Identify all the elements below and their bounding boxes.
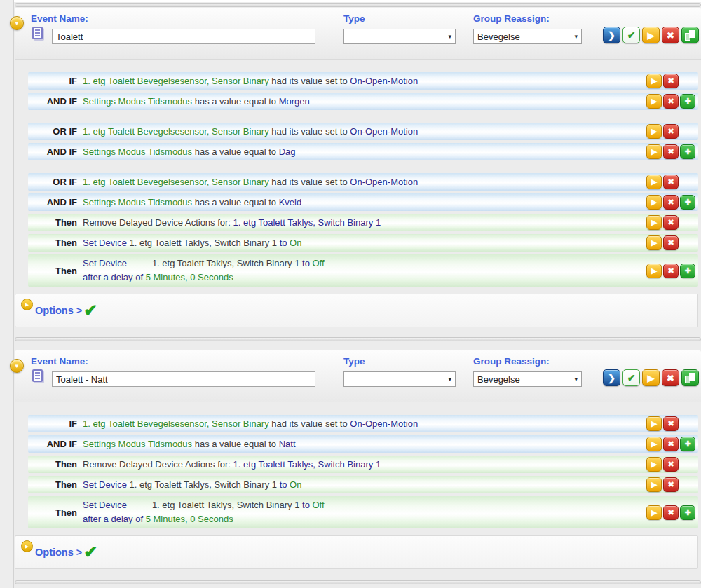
run-row-button[interactable]: ▶ <box>646 505 662 520</box>
run-event-button[interactable]: ▶ <box>642 27 660 43</box>
device-text: 5 Minutes, 0 Seconds <box>146 272 233 282</box>
group-reassign-select[interactable]: Bevegelse ▾ <box>473 371 582 387</box>
action-row: ThenSet Device1. etg Toalett Taklys, Swi… <box>28 254 698 287</box>
caret-down-icon: ▾ <box>574 33 578 40</box>
event-type-label: Type <box>343 13 365 24</box>
advanced-button[interactable]: ❯ <box>603 369 620 386</box>
delete-row-button[interactable]: ✖ <box>663 235 679 250</box>
row-group: OR IF1. etg Toalett Bevegelsesensor, Sen… <box>28 123 698 160</box>
event-name-input[interactable] <box>52 371 315 387</box>
delete-event-button[interactable]: ✖ <box>662 369 679 386</box>
run-row-button[interactable]: ▶ <box>646 124 662 139</box>
delete-row-button[interactable]: ✖ <box>663 175 679 189</box>
delete-row-button[interactable]: ✖ <box>663 195 679 210</box>
row-keyword: OR IF <box>28 177 77 187</box>
device-text: On <box>290 238 301 248</box>
value-text: to <box>302 258 312 268</box>
plain-text: had its value set to <box>269 418 350 429</box>
row-keyword: IF <box>28 76 77 86</box>
device-text: Settings Modus Tidsmodus <box>83 146 192 157</box>
delete-row-button[interactable]: ✖ <box>663 74 679 88</box>
delete-row-button[interactable]: ✖ <box>663 124 679 139</box>
run-row-button[interactable]: ▶ <box>646 215 662 230</box>
options-link[interactable]: Options > <box>35 305 82 316</box>
run-row-button[interactable]: ▶ <box>646 477 662 492</box>
run-row-button[interactable]: ▶ <box>646 416 662 431</box>
check-icon: ✔ <box>627 29 636 41</box>
options-expand-icon[interactable]: ▶ <box>21 540 33 552</box>
event-name-input[interactable] <box>52 29 315 44</box>
options-expand-icon[interactable]: ▶ <box>21 299 33 310</box>
row-actions: ▶✖✚ <box>646 94 698 109</box>
event-rows: IF1. etg Toalett Bevegelsesensor, Sensor… <box>28 72 698 287</box>
run-row-button[interactable]: ▶ <box>646 235 662 250</box>
group-select-value: Bevegelse <box>477 32 520 42</box>
device-text: Settings Modus Tidsmodus <box>83 197 192 207</box>
delete-row-button[interactable]: ✖ <box>663 144 679 159</box>
run-row-button[interactable]: ▶ <box>646 175 662 189</box>
collapse-event-icon[interactable]: ▼ <box>10 16 24 30</box>
copy-event-button[interactable] <box>681 369 699 386</box>
row-text: Settings Modus Tidsmodus has a value equ… <box>77 145 646 159</box>
event-notes-icon[interactable] <box>32 27 43 39</box>
collapse-event-icon[interactable]: ▼ <box>10 359 24 373</box>
plain-text: 1. etg Toalett Taklys, Switch Binary 1 <box>152 258 302 268</box>
value-text: 1. etg Toalett Taklys, Switch Binary 1 <box>233 459 381 470</box>
event-notes-icon[interactable] <box>32 369 43 382</box>
device-text: Settings Modus Tidsmodus <box>83 439 192 449</box>
delete-row-button[interactable]: ✖ <box>663 457 679 472</box>
event-type-select[interactable]: ▾ <box>343 29 456 44</box>
row-actions: ▶✖✚ <box>646 437 698 451</box>
row-group: IF1. etg Toalett Bevegelsesensor, Sensor… <box>28 72 698 110</box>
condition-row: IF1. etg Toalett Bevegelsesensor, Sensor… <box>28 415 698 432</box>
delete-row-button[interactable]: ✖ <box>663 477 679 492</box>
plain-text: has a value equal to <box>192 146 279 157</box>
row-actions: ▶✖✚ <box>646 505 698 520</box>
value-text: Set Device <box>83 258 127 268</box>
group-select-value: Bevegelse <box>477 374 520 385</box>
plain-text: Remove Delayed Device Actions for: <box>83 459 233 470</box>
delete-row-button[interactable]: ✖ <box>663 437 679 451</box>
device-text: 1. etg Toalett Bevegelsesensor, Sensor B… <box>83 76 269 86</box>
delete-event-button[interactable]: ✖ <box>662 27 679 43</box>
run-row-button[interactable]: ▶ <box>646 74 662 88</box>
options-link[interactable]: Options > <box>35 547 82 558</box>
event-name-label: Event Name: <box>31 356 88 367</box>
event-section-toalett-natt: ▼ Event Name: Type ▾ Group Reassign: Bev… <box>15 350 701 569</box>
action-row: ThenSet Device 1. etg Toalett Taklys, Sw… <box>28 476 698 493</box>
delete-row-button[interactable]: ✖ <box>663 94 679 109</box>
row-keyword: IF <box>28 418 77 429</box>
event-section-toalett: ▼ Event Name: Type ▾ Group Reassign: Bev… <box>15 8 701 327</box>
run-event-button[interactable]: ▶ <box>642 369 660 386</box>
value-text: after a delay of <box>83 514 146 524</box>
add-row-button[interactable]: ✚ <box>680 505 695 520</box>
delete-row-button[interactable]: ✖ <box>663 215 679 230</box>
run-row-button[interactable]: ▶ <box>646 195 662 210</box>
run-row-button[interactable]: ▶ <box>646 457 662 472</box>
advanced-button[interactable]: ❯ <box>603 27 620 43</box>
row-actions: ▶✖ <box>646 235 698 250</box>
row-text: 1. etg Toalett Bevegelsesensor, Sensor B… <box>77 417 646 431</box>
action-row: ThenRemove Delayed Device Actions for: 1… <box>28 214 698 231</box>
run-row-button[interactable]: ▶ <box>646 94 662 109</box>
add-row-button[interactable]: ✚ <box>680 144 695 159</box>
row-keyword: Then <box>28 479 77 490</box>
run-row-button[interactable]: ▶ <box>646 264 662 278</box>
enable-event-button[interactable]: ✔ <box>622 369 640 386</box>
enable-event-button[interactable]: ✔ <box>622 27 640 43</box>
event-type-select[interactable]: ▾ <box>343 371 456 387</box>
delete-row-button[interactable]: ✖ <box>663 505 679 520</box>
add-row-button[interactable]: ✚ <box>680 264 695 278</box>
copy-event-button[interactable] <box>681 27 699 43</box>
add-row-button[interactable]: ✚ <box>680 94 695 109</box>
run-row-button[interactable]: ▶ <box>646 437 662 451</box>
row-text: Settings Modus Tidsmodus has a value equ… <box>77 95 646 109</box>
delete-row-button[interactable]: ✖ <box>663 264 679 278</box>
add-row-button[interactable]: ✚ <box>680 195 695 210</box>
group-reassign-select[interactable]: Bevegelse ▾ <box>473 29 582 44</box>
delete-row-button[interactable]: ✖ <box>663 416 679 431</box>
device-text: 1. etg Toalett Bevegelsesensor, Sensor B… <box>83 418 269 429</box>
value-text: On-Open-Motion <box>350 76 418 86</box>
add-row-button[interactable]: ✚ <box>680 437 695 451</box>
run-row-button[interactable]: ▶ <box>646 144 662 159</box>
